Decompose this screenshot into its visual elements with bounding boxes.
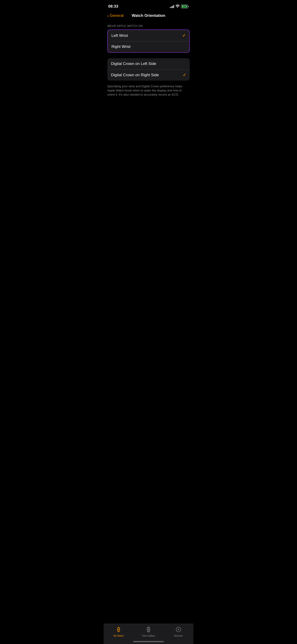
crown-right-option[interactable]: Digital Crown on Right Side ✓ — [107, 69, 190, 80]
right-wrist-label: Right Wrist — [112, 44, 130, 49]
helper-text: Specifying your wrist and Digital Crown … — [104, 82, 194, 101]
back-label: General — [110, 13, 124, 18]
back-button[interactable]: ‹ General — [107, 13, 124, 18]
right-wrist-option[interactable]: Right Wrist — [108, 41, 189, 52]
wrist-section-label: WEAR APPLE WATCH ON — [104, 22, 194, 30]
page-title: Watch Orientation — [132, 13, 165, 18]
battery-icon: 100 — [181, 4, 189, 8]
crown-left-label: Digital Crown on Left Side — [111, 62, 156, 66]
crown-right-label: Digital Crown on Right Side — [111, 73, 159, 78]
wifi-icon — [176, 4, 180, 8]
left-wrist-checkmark: ✓ — [182, 33, 186, 38]
status-time: 08:33 — [108, 4, 118, 9]
left-wrist-label: Left Wrist — [112, 34, 128, 38]
crown-options-group: Digital Crown on Left Side Digital Crown… — [107, 58, 190, 80]
wrist-options-group: Left Wrist ✓ Right Wrist — [107, 30, 190, 53]
back-chevron-icon: ‹ — [107, 13, 109, 18]
left-wrist-option[interactable]: Left Wrist ✓ — [108, 30, 189, 41]
status-icons: 100 — [170, 4, 189, 8]
status-bar: 08:33 100 — [104, 0, 194, 12]
nav-header: ‹ General Watch Orientation — [104, 12, 194, 22]
crown-left-option[interactable]: Digital Crown on Left Side — [107, 58, 190, 69]
crown-right-checkmark: ✓ — [183, 72, 186, 78]
signal-icon — [170, 5, 174, 8]
